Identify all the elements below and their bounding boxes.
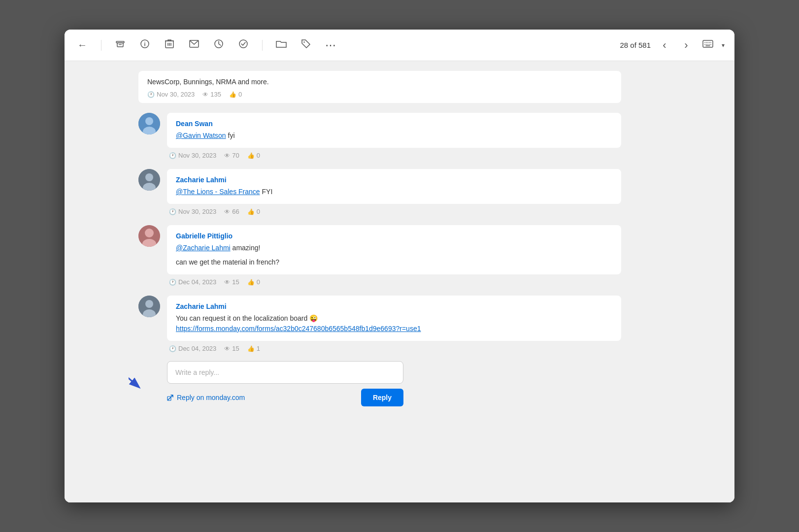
keyboard-dropdown-arrow[interactable]: ▾ [722, 42, 725, 49]
zach2-date: 🕐 Dec 04, 2023 [169, 345, 216, 352]
tag-button[interactable] [298, 37, 314, 53]
toolbar-separator2 [262, 40, 263, 51]
clock-icon-zach2: 🕐 [169, 345, 176, 352]
next-icon: › [684, 39, 688, 52]
text-before-link: You can request it on the localization b… [176, 314, 318, 322]
more-icon: ⋯ [325, 39, 336, 52]
reply-input[interactable] [167, 361, 403, 384]
tag-icon [301, 39, 311, 51]
next-button[interactable]: › [678, 37, 694, 53]
gab-likes: 👍 0 [247, 278, 260, 286]
eye-icon-dean: 👁 [224, 152, 230, 159]
zach1-likes: 👍 0 [247, 208, 260, 215]
clock-button[interactable] [211, 37, 227, 53]
comment-bubble-zacharie2: Zacharie Lahmi You can request it on the… [167, 296, 621, 341]
comment-suffix-dean: fyi [228, 132, 235, 139]
info-button[interactable] [137, 37, 153, 53]
svg-point-34 [145, 229, 154, 237]
dean-likes: 👍 0 [247, 152, 260, 159]
author-zacharie2[interactable]: Zacharie Lahmi [176, 302, 612, 310]
checkmark-button[interactable] [235, 37, 251, 53]
gab-views: 👁 15 [224, 278, 239, 286]
dean-date: 🕐 Nov 30, 2023 [169, 152, 216, 159]
thumb-icon-dean: 👍 [247, 152, 255, 159]
comment-suffix-gabrielle: amazing! [233, 244, 261, 252]
keyboard-button[interactable] [700, 37, 716, 53]
avatar-gabrielle [138, 225, 160, 247]
clock-icon [214, 39, 224, 51]
eye-icon: 👁 [202, 91, 208, 98]
clock-icon-gab: 🕐 [169, 279, 176, 286]
comment-bubble-dean: Dean Swan @Gavin Watson fyi [167, 113, 621, 148]
comment-footer-zacharie2: 🕐 Dec 04, 2023 👁 15 👍 1 [167, 345, 621, 352]
content-area: NewsCorp, Bunnings, NRMA and more. 🕐 Nov… [65, 61, 734, 502]
svg-point-28 [145, 117, 153, 125]
archive-icon [115, 39, 125, 51]
more-button[interactable]: ⋯ [323, 37, 338, 53]
zach2-views: 👁 15 [224, 345, 239, 352]
partial-comment-meta: 🕐 Nov 30, 2023 👁 135 👍 0 [147, 91, 612, 98]
comment-text-gabrielle: @Zacharie Lahmi amazing! [176, 243, 612, 253]
svg-point-5 [144, 42, 145, 43]
zach1-date: 🕐 Nov 30, 2023 [169, 208, 216, 215]
partial-date: 🕐 Nov 30, 2023 [147, 91, 195, 98]
reply-area: Reply on monday.com Reply [167, 361, 621, 406]
svg-point-14 [303, 41, 304, 42]
toolbar-left: ← [74, 37, 338, 53]
folder-button[interactable] [273, 37, 289, 53]
partial-likes: 👍 0 [229, 91, 242, 98]
clock-icon-dean: 🕐 [169, 152, 176, 159]
comment-body-dean: Dean Swan @Gavin Watson fyi 🕐 Nov 30, 20… [167, 113, 621, 159]
right-sidebar [636, 61, 734, 502]
comment-body-zacharie1: Zacharie Lahmi @The Lions - Sales France… [167, 169, 621, 215]
partial-comment-text: NewsCorp, Bunnings, NRMA and more. [147, 78, 612, 86]
reply-actions: Reply on monday.com Reply [167, 389, 403, 406]
back-icon: ← [77, 39, 87, 51]
reply-on-monday-link[interactable]: Reply on monday.com [167, 394, 245, 401]
thumb-icon-zach2: 👍 [247, 345, 255, 352]
reply-button[interactable]: Reply [361, 389, 403, 406]
toolbar-right: 28 of 581 ‹ › [620, 37, 725, 53]
author-dean[interactable]: Dean Swan [176, 120, 612, 128]
external-link-icon [167, 394, 174, 401]
svg-point-39 [145, 300, 153, 308]
prev-icon: ‹ [663, 39, 666, 52]
avatar-dean [138, 113, 160, 134]
keyboard-icon [702, 40, 713, 50]
partial-comment: NewsCorp, Bunnings, NRMA and more. 🕐 Nov… [138, 71, 621, 103]
left-sidebar [65, 61, 129, 502]
comment-card-gabrielle: Gabrielle Pittiglio @Zacharie Lahmi amaz… [138, 225, 621, 286]
comment-card-wrapper-zacharie2: Zacharie Lahmi You can request it on the… [138, 296, 621, 416]
toolbar-separator [101, 40, 101, 51]
svg-rect-15 [703, 40, 713, 47]
info-icon [140, 39, 150, 51]
checkmark-icon [238, 39, 248, 51]
pagination-text: 28 of 581 [620, 41, 651, 49]
comment-thread: NewsCorp, Bunnings, NRMA and more. 🕐 Nov… [138, 71, 621, 416]
trash-button[interactable] [162, 37, 177, 53]
zach1-views: 👁 66 [224, 208, 239, 215]
comment-footer-dean: 🕐 Nov 30, 2023 👁 70 👍 0 [167, 152, 621, 159]
mention-zacharie[interactable]: @Zacharie Lahmi [176, 244, 231, 252]
thumb-icon: 👍 [229, 91, 236, 98]
comment-card-zacharie1: Zacharie Lahmi @The Lions - Sales France… [138, 169, 621, 215]
author-gabrielle[interactable]: Gabrielle Pittiglio [176, 232, 612, 240]
comment-text-zacharie2: You can request it on the localization b… [176, 313, 612, 334]
mention-gavin[interactable]: @Gavin Watson [176, 132, 226, 139]
time-icon: 🕐 [147, 91, 155, 98]
mail-icon [189, 40, 199, 50]
svg-line-37 [129, 340, 138, 387]
comment-suffix-zacharie1: FYI [262, 188, 273, 196]
mail-button[interactable] [186, 37, 202, 53]
mention-lions[interactable]: @The Lions - Sales France [176, 188, 260, 196]
folder-icon [276, 39, 287, 51]
clock-icon-zach1: 🕐 [169, 208, 176, 215]
author-zacharie1[interactable]: Zacharie Lahmi [176, 176, 612, 184]
partial-views: 👁 135 [202, 91, 221, 98]
localization-link[interactable]: https://forms.monday.com/forms/ac32b0c24… [176, 325, 421, 332]
prev-button[interactable]: ‹ [657, 37, 672, 53]
eye-icon-zach1: 👁 [224, 208, 230, 215]
back-button[interactable]: ← [74, 37, 90, 53]
main-content: NewsCorp, Bunnings, NRMA and more. 🕐 Nov… [129, 61, 636, 502]
archive-button[interactable] [112, 37, 128, 53]
